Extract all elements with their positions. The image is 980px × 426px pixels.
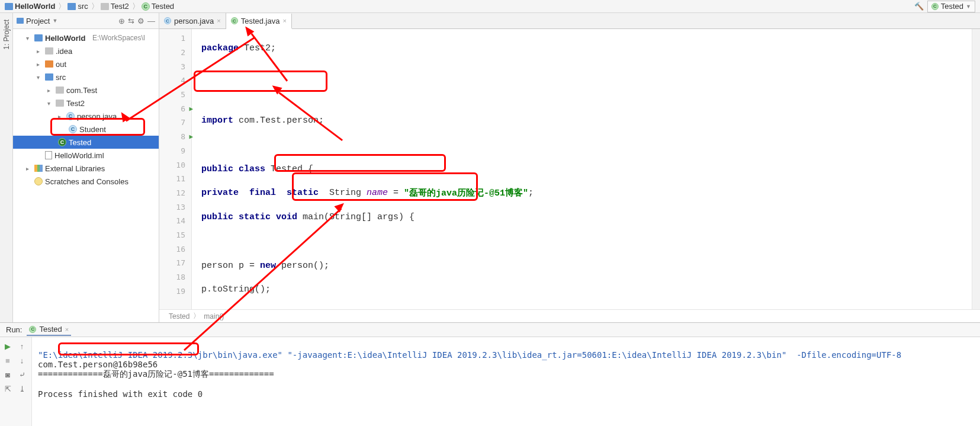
class-icon: C: [231, 17, 238, 24]
tree-row-person[interactable]: ▸Cperson.java: [13, 110, 159, 123]
locate-icon[interactable]: ⊕: [118, 17, 125, 25]
run-config-label: Tested: [941, 2, 963, 11]
class-icon: C: [58, 138, 66, 146]
up-button[interactable]: ↑: [15, 339, 28, 353]
gutter[interactable]: 12345 6▶ 7 8▶ 910111213141516171819: [159, 29, 192, 309]
folder-icon: [101, 3, 109, 10]
run-label: Run:: [6, 325, 22, 334]
package-icon: [56, 87, 64, 94]
separator-icon: 〉: [58, 1, 66, 12]
tree-row-out[interactable]: ▸out: [13, 57, 159, 71]
code-editor[interactable]: package Test2; import com.Test.person; p…: [192, 29, 972, 309]
tree-row-comtest[interactable]: ▸com.Test: [13, 84, 159, 97]
run-panel: Run: C Tested × ▶ ↑ ■ ↓ ◙ ⤶ ⇱ ⤓ "E:\idea…: [0, 322, 980, 426]
separator-icon: 〉: [91, 1, 99, 12]
folder-icon: [45, 73, 53, 81]
editor-area: Cperson.java× CTested.java× 12345 6▶ 7 8…: [159, 13, 980, 322]
editor-scrollbar[interactable]: [972, 29, 980, 309]
tree-row-idea[interactable]: ▸.idea: [13, 44, 159, 57]
chevron-down-icon: ▼: [966, 4, 971, 9]
export-icon[interactable]: ⇱: [1, 382, 14, 395]
close-icon[interactable]: ×: [282, 17, 286, 24]
editor-breadcrumb[interactable]: Tested〉main(): [159, 309, 980, 322]
run-toolbar: ▶ ↑ ■ ↓ ◙ ⤶ ⇱ ⤓: [0, 337, 32, 426]
left-rail: 1: Project: [0, 13, 13, 322]
folder-icon: [68, 3, 76, 10]
breadcrumb-bar: HelloWorld 〉 src 〉 Test2 〉 CTested 🔨 C T…: [0, 0, 980, 13]
editor-body: 12345 6▶ 7 8▶ 910111213141516171819 pack…: [159, 29, 980, 309]
camera-icon[interactable]: ◙: [1, 368, 14, 381]
project-panel: Project ▼ ⊕ ⇆ ⚙ — ▾HelloWorld E:\WorkSpa…: [13, 13, 159, 322]
tab-person[interactable]: Cperson.java×: [159, 13, 226, 28]
java-file-icon: C: [164, 17, 171, 24]
tree-row-src[interactable]: ▾src: [13, 71, 159, 84]
folder-icon: [45, 47, 53, 55]
project-view-icon: [17, 18, 24, 24]
class-icon: C: [29, 326, 36, 333]
expand-icon[interactable]: ⇆: [128, 17, 134, 25]
package-icon: [56, 100, 64, 107]
tree-row-project[interactable]: ▾HelloWorld E:\WorkSpaces\I: [13, 31, 159, 44]
run-configuration-select[interactable]: C Tested ▼: [927, 1, 975, 12]
separator-icon: 〉: [132, 1, 140, 12]
project-icon: [5, 3, 13, 10]
project-panel-title: Project: [26, 17, 50, 25]
hide-icon[interactable]: —: [147, 17, 155, 25]
rerun-button[interactable]: ▶: [1, 339, 14, 353]
class-icon: C: [142, 2, 150, 11]
tree-row-student[interactable]: CStudent: [13, 123, 159, 136]
folder-icon: [45, 60, 53, 68]
file-icon: [45, 151, 52, 159]
gear-icon[interactable]: ⚙: [137, 17, 144, 25]
scroll-icon[interactable]: ⤓: [15, 382, 28, 395]
crumb-project[interactable]: HelloWorld: [5, 2, 55, 11]
tree-row-scratches[interactable]: Scratches and Consoles: [13, 175, 159, 188]
tab-tested[interactable]: CTested.java×: [226, 14, 292, 29]
class-icon: C: [69, 125, 77, 133]
tree-row-test2[interactable]: ▾Test2: [13, 97, 159, 110]
crumb-src[interactable]: src: [68, 2, 88, 11]
run-gutter-icon[interactable]: ▶: [189, 105, 193, 113]
stop-button[interactable]: ■: [1, 354, 14, 367]
project-tool-tab[interactable]: 1: Project: [1, 13, 12, 56]
build-icon[interactable]: 🔨: [914, 2, 924, 11]
tree-row-libraries[interactable]: ▸External Libraries: [13, 162, 159, 175]
run-gutter-icon[interactable]: ▶: [189, 133, 193, 140]
wrap-icon[interactable]: ⤶: [15, 368, 28, 381]
crumb-test2[interactable]: Test2: [101, 2, 129, 11]
scratches-icon: [34, 177, 43, 185]
tree-row-tested[interactable]: CTested: [13, 136, 159, 149]
down-button[interactable]: ↓: [15, 354, 28, 367]
project-icon: [34, 34, 43, 41]
console-output[interactable]: "E:\idea\IntelliJ IDEA 2019.2.3\jbr\bin\…: [32, 337, 980, 426]
library-icon: [34, 165, 43, 172]
run-tab[interactable]: C Tested ×: [27, 323, 71, 336]
editor-tabs: Cperson.java× CTested.java×: [159, 13, 980, 29]
chevron-down-icon[interactable]: ▼: [52, 18, 57, 24]
close-icon[interactable]: ×: [65, 326, 69, 333]
crumb-tested[interactable]: CTested: [142, 2, 174, 11]
run-panel-header: Run: C Tested ×: [0, 323, 980, 337]
close-icon[interactable]: ×: [217, 17, 220, 24]
project-panel-header: Project ▼ ⊕ ⇆ ⚙ —: [13, 13, 159, 29]
java-file-icon: C: [66, 112, 75, 120]
class-icon: C: [931, 3, 939, 10]
tree-row-iml[interactable]: HelloWorld.iml: [13, 149, 159, 162]
project-tree[interactable]: ▾HelloWorld E:\WorkSpaces\I ▸.idea ▸out …: [13, 29, 159, 322]
